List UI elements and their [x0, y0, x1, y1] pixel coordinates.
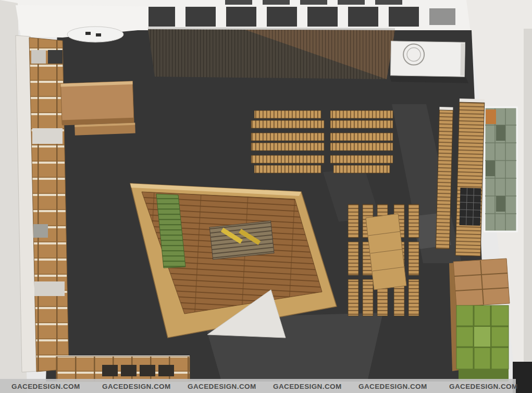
watermark-text: GACEDESIGN.COM: [102, 383, 171, 390]
watermark-bar: GACEDESIGN.COM GACEDESIGN.COM GACEDESIGN…: [0, 379, 518, 393]
ac-unit-cabinet: [389, 41, 469, 83]
watermark-text: GACEDESIGN.COM: [273, 383, 342, 390]
slatted-shelf-units-right: [436, 98, 485, 256]
slat-mat: [209, 221, 274, 260]
wall-poster: [485, 107, 517, 231]
slatted-ceiling-canopy: [148, 27, 395, 79]
watermark-text: GACEDESIGN.COM: [358, 383, 427, 390]
poster-orange-panel: [486, 109, 496, 124]
green-shelving-unit: [449, 259, 510, 382]
ceiling-light-fixture: [67, 27, 123, 42]
watermark-text: GACEDESIGN.COM: [11, 383, 80, 390]
render-canvas: GACEDESIGN.COM GACEDESIGN.COM GACEDESIGN…: [0, 0, 532, 393]
watermark-text: GACEDESIGN.COM: [188, 383, 256, 390]
interior-render-view: GACEDESIGN.COM GACEDESIGN.COM GACEDESIGN…: [0, 0, 532, 393]
watermark-text: GACEDESIGN.COM: [449, 383, 518, 390]
bottom-cubby-shelves: [56, 355, 190, 382]
compartment-grid: [460, 188, 481, 226]
